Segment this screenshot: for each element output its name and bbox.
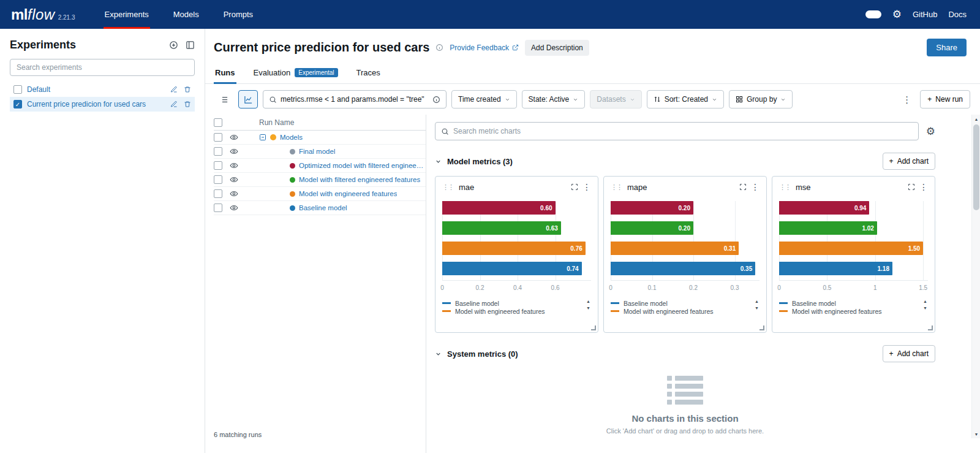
run-group-link[interactable]: Models [280, 134, 303, 141]
chart-view-button[interactable] [238, 90, 258, 108]
experiment-name[interactable]: Default [27, 85, 165, 94]
expand-chart-icon[interactable] [739, 183, 747, 191]
legend-item[interactable]: Model with engineered features [779, 307, 918, 315]
collapse-sidebar-icon[interactable] [186, 40, 195, 50]
legend-scroll-down-icon[interactable]: ▼ [755, 306, 759, 310]
table-row-run[interactable]: Model with engineered features [214, 187, 426, 201]
info-icon[interactable] [435, 44, 443, 51]
resize-handle[interactable] [928, 325, 933, 330]
select-all-checkbox[interactable] [214, 118, 222, 127]
state-filter[interactable]: State: Active [522, 90, 586, 108]
run-checkbox[interactable] [214, 133, 222, 142]
bar-baseline-model[interactable]: 1.18 [779, 262, 892, 275]
chart-menu-icon[interactable]: ⋮ [582, 182, 591, 192]
table-row-run[interactable]: Final model [214, 145, 426, 159]
docs-link[interactable]: Docs [948, 10, 967, 19]
collapse-section-icon[interactable] [435, 351, 442, 357]
list-view-button[interactable] [214, 90, 233, 108]
visibility-eye-icon[interactable] [230, 147, 238, 156]
bar-model-with-filtered-engineered-features[interactable]: 1.02 [779, 221, 877, 235]
new-run-button[interactable]: +New run [920, 90, 970, 108]
run-checkbox[interactable] [214, 204, 222, 212]
legend-item[interactable]: Baseline model [442, 299, 581, 307]
legend-scroll-up-icon[interactable]: ▲ [923, 299, 927, 303]
drag-handle-icon[interactable]: ⋮⋮ [442, 183, 453, 191]
scroll-down-arrow[interactable]: ▼ [972, 430, 980, 438]
legend-scroll-down-icon[interactable]: ▼ [586, 306, 590, 310]
visibility-eye-icon[interactable] [230, 133, 238, 142]
theme-toggle-icon[interactable] [865, 10, 881, 18]
table-row-run[interactable]: Baseline model [214, 201, 426, 215]
add-chart-button[interactable]: +Add chart [883, 153, 935, 170]
collapse-group-icon[interactable] [259, 134, 266, 141]
sort-filter[interactable]: Sort: Created [647, 90, 724, 108]
bar-model-with-engineered-features[interactable]: 0.76 [442, 242, 586, 255]
add-description-button[interactable]: Add Description [525, 40, 589, 56]
legend-item[interactable]: Model with engineered features [611, 307, 750, 315]
expand-chart-icon[interactable] [908, 183, 915, 191]
experiment-row-default[interactable]: Default [10, 82, 195, 97]
tab-traces[interactable]: Traces [355, 64, 382, 84]
resize-handle[interactable] [760, 325, 764, 330]
experiment-name[interactable]: Current price predicion for used cars [27, 100, 165, 108]
mlflow-logo[interactable]: mlflow 2.21.3 [11, 6, 75, 23]
chart-menu-icon[interactable]: ⋮ [919, 182, 928, 192]
bar-baseline-model[interactable]: 0.74 [442, 262, 582, 275]
run-checkbox[interactable] [214, 175, 222, 184]
provide-feedback-link[interactable]: Provide Feedback [450, 44, 519, 52]
chart-menu-icon[interactable]: ⋮ [751, 182, 760, 192]
vertical-scrollbar[interactable]: ▲ ▼ [971, 115, 980, 438]
table-row-run[interactable]: Optimized model with filtered engineered… [214, 159, 426, 173]
bar-model-with-filtered-engineered-features[interactable]: 0.63 [442, 221, 561, 235]
legend-scroll-up-icon[interactable]: ▲ [586, 299, 590, 303]
bar-model-with-engineered-features[interactable]: 0.31 [611, 242, 739, 255]
query-info-icon[interactable] [432, 96, 440, 104]
run-name-link[interactable]: Final model [299, 148, 335, 155]
bar-model-with-engineered-features[interactable]: 1.50 [779, 242, 923, 255]
run-name-link[interactable]: Model with engineered features [299, 190, 397, 197]
experiment-search-input[interactable] [10, 59, 195, 76]
run-checkbox[interactable] [214, 189, 222, 198]
rename-experiment-icon[interactable] [170, 101, 178, 108]
run-checkbox[interactable] [214, 147, 222, 156]
group-by-filter[interactable]: Group by [729, 90, 793, 108]
collapse-section-icon[interactable] [435, 158, 442, 165]
visibility-eye-icon[interactable] [230, 175, 238, 184]
settings-gear-icon[interactable]: ⚙ [892, 9, 902, 20]
share-button[interactable]: Share [927, 39, 967, 56]
tab-runs[interactable]: Runs [214, 64, 236, 84]
resize-handle[interactable] [591, 325, 596, 330]
experiment-checkbox[interactable] [13, 85, 22, 94]
github-link[interactable]: GitHub [913, 10, 937, 19]
legend-scroll-up-icon[interactable]: ▲ [755, 299, 759, 303]
table-row-models-group[interactable]: Models [214, 131, 426, 145]
time-created-filter[interactable]: Time created [451, 90, 517, 108]
runs-search-input[interactable] [281, 95, 429, 104]
nav-item-experiments[interactable]: Experiments [104, 0, 150, 29]
toolbar-overflow-icon[interactable]: ⋮ [902, 95, 911, 104]
tab-evaluation[interactable]: Evaluation Experimental [252, 64, 339, 84]
delete-experiment-icon[interactable] [184, 86, 191, 93]
table-row-run[interactable]: Model with filtered engineered features [214, 173, 426, 187]
bar-optimized-model-with-filtered-engineered-features[interactable]: 0.60 [442, 201, 556, 215]
run-name-link[interactable]: Baseline model [299, 204, 347, 211]
bar-optimized-model-with-filtered-engineered-features[interactable]: 0.94 [779, 201, 869, 215]
drag-handle-icon[interactable]: ⋮⋮ [779, 183, 790, 191]
chart-settings-gear-icon[interactable]: ⚙ [926, 126, 935, 137]
visibility-eye-icon[interactable] [230, 189, 238, 198]
nav-item-prompts[interactable]: Prompts [222, 0, 254, 29]
visibility-eye-icon[interactable] [230, 204, 238, 212]
bar-baseline-model[interactable]: 0.35 [611, 262, 755, 275]
nav-item-models[interactable]: Models [172, 0, 200, 29]
delete-experiment-icon[interactable] [184, 101, 191, 108]
legend-item[interactable]: Baseline model [779, 299, 918, 307]
visibility-eye-icon[interactable] [230, 161, 238, 170]
add-chart-button[interactable]: +Add chart [883, 345, 935, 362]
rename-experiment-icon[interactable] [170, 86, 178, 93]
drag-handle-icon[interactable]: ⋮⋮ [611, 183, 622, 191]
run-name-link[interactable]: Optimized model with filtered engineered… [299, 162, 426, 169]
legend-item[interactable]: Model with engineered features [442, 307, 581, 315]
expand-chart-icon[interactable] [571, 183, 578, 191]
new-experiment-icon[interactable] [169, 40, 178, 50]
scroll-up-arrow[interactable]: ▲ [972, 115, 980, 123]
